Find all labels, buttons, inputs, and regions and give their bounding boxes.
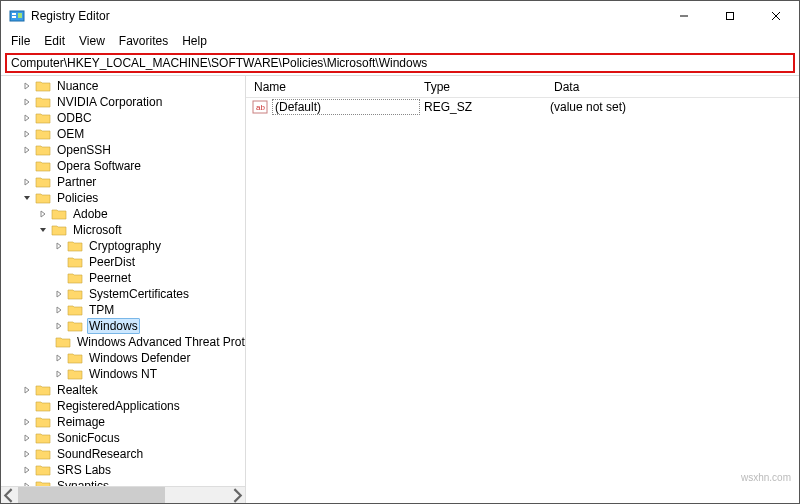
- expand-icon[interactable]: [21, 160, 33, 172]
- expand-icon[interactable]: [21, 112, 33, 124]
- tree-node-label: Realtek: [55, 383, 100, 397]
- folder-icon: [67, 351, 83, 365]
- tree-node[interactable]: SonicFocus: [1, 430, 245, 446]
- expand-icon[interactable]: [21, 384, 33, 396]
- expand-icon[interactable]: [37, 208, 49, 220]
- tree-node[interactable]: OEM: [1, 126, 245, 142]
- tree-pane[interactable]: NuanceNVIDIA CorporationODBCOEMOpenSSHOp…: [1, 76, 246, 503]
- tree-node-label: SRS Labs: [55, 463, 113, 477]
- tree-node[interactable]: Peernet: [1, 270, 245, 286]
- tree-node[interactable]: Windows NT: [1, 366, 245, 382]
- folder-icon: [35, 479, 51, 486]
- tree-node[interactable]: Nuance: [1, 78, 245, 94]
- tree-node[interactable]: SystemCertificates: [1, 286, 245, 302]
- tree-node-label: ODBC: [55, 111, 94, 125]
- tree-node-label: Microsoft: [71, 223, 124, 237]
- tree-node[interactable]: Adobe: [1, 206, 245, 222]
- expand-icon[interactable]: [21, 416, 33, 428]
- expand-icon[interactable]: [21, 464, 33, 476]
- expand-icon[interactable]: [53, 256, 65, 268]
- tree-node[interactable]: Windows: [1, 318, 245, 334]
- address-bar[interactable]: Computer\HKEY_LOCAL_MACHINE\SOFTWARE\Pol…: [5, 53, 795, 73]
- folder-icon: [35, 95, 51, 109]
- values-header: Name Type Data: [246, 76, 799, 98]
- expand-icon[interactable]: [21, 144, 33, 156]
- folder-icon: [67, 271, 83, 285]
- menu-help[interactable]: Help: [176, 32, 213, 50]
- expand-icon[interactable]: [21, 192, 33, 204]
- tree-node[interactable]: Partner: [1, 174, 245, 190]
- minimize-button[interactable]: [661, 1, 707, 31]
- tree-node[interactable]: ODBC: [1, 110, 245, 126]
- scroll-left-button[interactable]: [1, 487, 18, 504]
- tree-node[interactable]: SoundResearch: [1, 446, 245, 462]
- tree-node[interactable]: Policies: [1, 190, 245, 206]
- tree-node[interactable]: RegisteredApplications: [1, 398, 245, 414]
- tree-node-label: Windows: [87, 318, 140, 334]
- folder-icon: [35, 399, 51, 413]
- expand-icon[interactable]: [21, 176, 33, 188]
- folder-icon: [67, 239, 83, 253]
- expand-icon[interactable]: [21, 400, 33, 412]
- addressbar-container: Computer\HKEY_LOCAL_MACHINE\SOFTWARE\Pol…: [1, 51, 799, 75]
- tree-node[interactable]: SRS Labs: [1, 462, 245, 478]
- column-header-data[interactable]: Data: [546, 80, 799, 94]
- expand-icon[interactable]: [53, 352, 65, 364]
- tree-node-label: SystemCertificates: [87, 287, 191, 301]
- expand-icon[interactable]: [21, 448, 33, 460]
- tree-node-label: Opera Software: [55, 159, 143, 173]
- menu-file[interactable]: File: [5, 32, 36, 50]
- tree-node[interactable]: Windows Advanced Threat Prote: [1, 334, 245, 350]
- folder-icon: [67, 255, 83, 269]
- tree-horizontal-scrollbar[interactable]: [1, 486, 245, 503]
- tree-node[interactable]: Windows Defender: [1, 350, 245, 366]
- tree-node[interactable]: TPM: [1, 302, 245, 318]
- string-value-icon: ab: [252, 99, 268, 115]
- values-list[interactable]: ab(Default)REG_SZ(value not set): [246, 98, 799, 503]
- svg-text:ab: ab: [256, 103, 265, 112]
- expand-icon[interactable]: [37, 224, 49, 236]
- column-header-name[interactable]: Name: [246, 80, 416, 94]
- column-header-type[interactable]: Type: [416, 80, 546, 94]
- expand-icon[interactable]: [53, 288, 65, 300]
- tree-node-label: Policies: [55, 191, 100, 205]
- values-pane: Name Type Data ab(Default)REG_SZ(value n…: [246, 76, 799, 503]
- scroll-thumb[interactable]: [18, 487, 165, 504]
- tree-node[interactable]: Reimage: [1, 414, 245, 430]
- value-type: REG_SZ: [420, 100, 546, 114]
- titlebar: Registry Editor: [1, 1, 799, 31]
- menu-edit[interactable]: Edit: [38, 32, 71, 50]
- expand-icon[interactable]: [21, 80, 33, 92]
- expand-icon[interactable]: [53, 368, 65, 380]
- tree-node[interactable]: Realtek: [1, 382, 245, 398]
- tree-node[interactable]: Synaptics: [1, 478, 245, 486]
- tree-node-label: SonicFocus: [55, 431, 122, 445]
- scroll-track[interactable]: [18, 487, 228, 504]
- close-button[interactable]: [753, 1, 799, 31]
- folder-icon: [35, 79, 51, 93]
- tree-node[interactable]: Cryptography: [1, 238, 245, 254]
- scroll-right-button[interactable]: [228, 487, 245, 504]
- tree-node[interactable]: NVIDIA Corporation: [1, 94, 245, 110]
- menu-favorites[interactable]: Favorites: [113, 32, 174, 50]
- expand-icon[interactable]: [53, 240, 65, 252]
- svg-rect-3: [18, 13, 22, 18]
- tree-node-label: TPM: [87, 303, 116, 317]
- menu-view[interactable]: View: [73, 32, 111, 50]
- expand-icon[interactable]: [21, 96, 33, 108]
- tree-node[interactable]: Microsoft: [1, 222, 245, 238]
- tree-node[interactable]: PeerDist: [1, 254, 245, 270]
- maximize-button[interactable]: [707, 1, 753, 31]
- expand-icon[interactable]: [21, 128, 33, 140]
- tree-node[interactable]: Opera Software: [1, 158, 245, 174]
- value-row[interactable]: ab(Default)REG_SZ(value not set): [246, 98, 799, 116]
- expand-icon[interactable]: [53, 304, 65, 316]
- folder-icon: [67, 367, 83, 381]
- registry-tree[interactable]: NuanceNVIDIA CorporationODBCOEMOpenSSHOp…: [1, 76, 245, 486]
- expand-icon[interactable]: [53, 272, 65, 284]
- regedit-icon: [9, 8, 25, 24]
- tree-node[interactable]: OpenSSH: [1, 142, 245, 158]
- tree-node-label: OEM: [55, 127, 86, 141]
- expand-icon[interactable]: [53, 320, 65, 332]
- expand-icon[interactable]: [21, 432, 33, 444]
